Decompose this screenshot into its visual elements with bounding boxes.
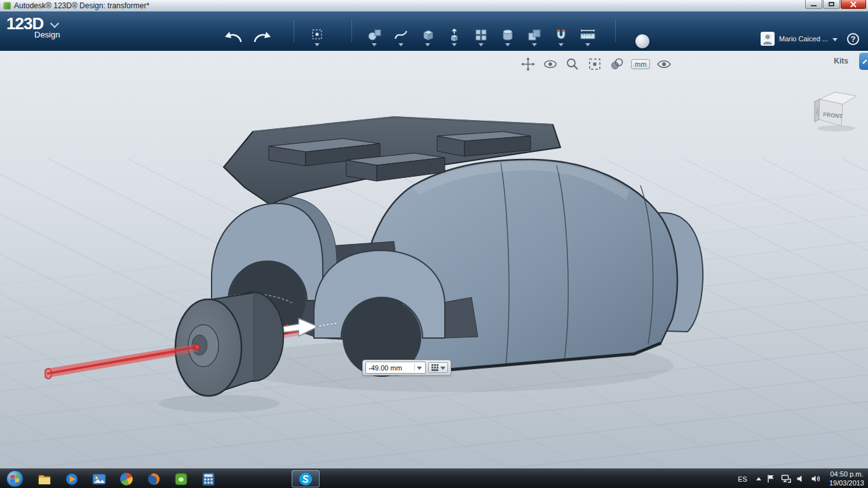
close-button[interactable] xyxy=(841,0,866,9)
photo-viewer-icon xyxy=(92,473,106,485)
toolbar-separator xyxy=(294,20,294,42)
pattern-tool-button[interactable] xyxy=(471,28,491,46)
car-model[interactable] xyxy=(212,117,703,377)
chevron-down-icon[interactable] xyxy=(372,43,377,46)
clock-date: 19/03/2013 xyxy=(829,479,864,488)
action-center-button[interactable] xyxy=(766,474,776,484)
sill-panel xyxy=(444,297,478,338)
kits-panel-label: Kits xyxy=(834,57,848,65)
combine-icon xyxy=(527,28,542,42)
windows-flag-icon xyxy=(10,474,20,484)
taskbar-design-app-button[interactable] xyxy=(116,470,137,487)
pinwheel-icon xyxy=(119,472,133,486)
sketch-tool-button[interactable] xyxy=(391,28,410,46)
chevron-down-icon[interactable] xyxy=(50,19,59,28)
tray-expand-arrow-icon[interactable] xyxy=(756,477,761,480)
dimension-dropdown-button[interactable] xyxy=(414,364,424,371)
units-selector[interactable]: mm xyxy=(631,59,650,69)
pattern-icon xyxy=(473,28,489,42)
material-view-button[interactable] xyxy=(609,56,625,72)
transform-tool-button[interactable] xyxy=(308,28,327,46)
taskbar-media-player-button[interactable] xyxy=(61,470,83,487)
zoom-button[interactable] xyxy=(564,56,581,72)
magnet-icon xyxy=(553,28,569,42)
system-tray: ES xyxy=(734,469,864,488)
calculator-icon xyxy=(202,472,215,486)
chevron-down-icon[interactable] xyxy=(315,43,320,46)
taskbar-skype-button[interactable] xyxy=(292,470,320,487)
volume-icon xyxy=(811,474,822,484)
dimension-widget xyxy=(362,360,451,376)
undo-button[interactable] xyxy=(224,30,243,43)
taskbar-firefox-button[interactable] xyxy=(143,470,165,487)
network-button[interactable] xyxy=(781,474,791,484)
taskbar-photo-viewer-button[interactable] xyxy=(88,470,110,487)
dimension-input[interactable] xyxy=(367,362,414,373)
primitives-tool-button[interactable] xyxy=(365,28,384,46)
window-title: Autodesk® 123D® Design: transformer* xyxy=(14,1,149,10)
toolbar-separator xyxy=(615,20,616,42)
start-button[interactable] xyxy=(6,470,24,487)
measure-tool-button[interactable] xyxy=(578,28,597,46)
material-sphere-button[interactable] xyxy=(635,34,649,48)
firefox-icon xyxy=(147,472,161,486)
chevron-left-icon xyxy=(862,59,867,64)
view-cube[interactable]: FRONT LEFT xyxy=(810,84,863,133)
green-app-icon xyxy=(174,472,188,486)
taskbar-explorer-button[interactable] xyxy=(34,470,55,487)
taskbar: ES xyxy=(0,468,868,488)
fit-view-icon xyxy=(587,57,602,72)
chevron-down-icon[interactable] xyxy=(559,43,564,46)
chevron-down-icon[interactable] xyxy=(478,43,484,46)
clock-time: 04:50 p.m. xyxy=(829,470,864,479)
zoom-fit-button[interactable] xyxy=(587,56,603,72)
dimension-options-button[interactable] xyxy=(428,362,448,373)
chevron-down-icon[interactable] xyxy=(425,43,430,46)
toolbar-separator xyxy=(351,20,352,42)
volume-button[interactable] xyxy=(811,474,822,484)
redo-icon xyxy=(253,30,272,43)
user-account-name[interactable]: Mario Caiced ... xyxy=(779,35,828,43)
help-button[interactable]: ? xyxy=(847,33,859,45)
chevron-down-icon[interactable] xyxy=(452,43,457,46)
orbit-button[interactable] xyxy=(542,56,559,72)
app-logo[interactable]: 123D Design xyxy=(6,15,60,39)
window-titlebar[interactable]: Autodesk® 123D® Design: transformer* xyxy=(0,0,868,12)
user-avatar xyxy=(761,32,775,46)
speaker-icon xyxy=(796,474,806,484)
wheel-ground-shadow xyxy=(159,395,280,412)
modify-tool-button[interactable] xyxy=(445,28,464,46)
axis-hub-point[interactable] xyxy=(194,344,200,350)
navigation-toolbar: mm xyxy=(520,56,672,72)
chevron-down-icon[interactable] xyxy=(585,43,590,46)
chevron-down-icon[interactable] xyxy=(532,43,537,46)
chevron-down-icon xyxy=(417,367,422,370)
redo-button[interactable] xyxy=(253,30,272,43)
construct-tool-button[interactable] xyxy=(418,28,437,46)
combine-tool-button[interactable] xyxy=(525,28,544,46)
kits-panel-toggle[interactable] xyxy=(859,53,868,70)
orbit-icon xyxy=(543,57,558,72)
viewport-3d[interactable]: mm Kits FRONT LEFT xyxy=(0,51,868,468)
taskbar-calculator-button[interactable] xyxy=(198,470,219,487)
primitives-icon xyxy=(367,28,382,42)
speaker-button[interactable] xyxy=(796,474,806,484)
modify-icon xyxy=(447,28,462,42)
app-icon xyxy=(3,2,11,10)
chevron-down-icon[interactable] xyxy=(398,43,403,46)
desktop: Autodesk® 123D® Design: transformer* 123… xyxy=(0,0,868,488)
chevron-down-icon[interactable] xyxy=(832,38,837,41)
chevron-down-icon[interactable] xyxy=(505,43,510,46)
visibility-button[interactable] xyxy=(656,56,672,72)
language-indicator[interactable]: ES xyxy=(734,475,751,484)
undo-icon xyxy=(224,30,243,43)
snap-tool-button[interactable] xyxy=(552,28,571,46)
maximize-button[interactable] xyxy=(823,0,840,9)
minimize-button[interactable] xyxy=(805,0,822,9)
taskbar-green-app-button[interactable] xyxy=(170,470,192,487)
pan-button[interactable] xyxy=(520,56,536,72)
transform-icon xyxy=(309,28,325,42)
taskbar-clock[interactable]: 04:50 p.m. 19/03/2013 xyxy=(829,470,864,488)
eye-icon xyxy=(656,57,672,72)
grouping-tool-button[interactable] xyxy=(498,28,517,46)
